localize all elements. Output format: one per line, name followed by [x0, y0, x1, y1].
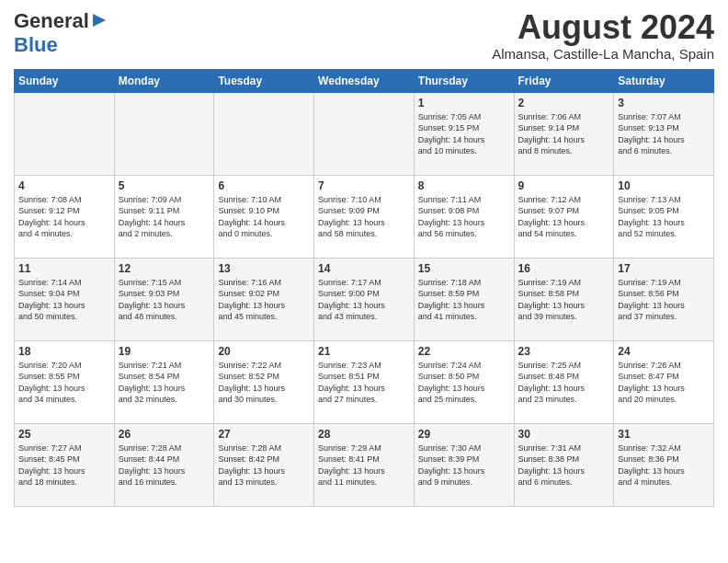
calendar-cell: 12Sunrise: 7:15 AM Sunset: 9:03 PM Dayli… — [114, 258, 214, 340]
calendar-cell — [314, 92, 415, 175]
day-info: Sunrise: 7:19 AM Sunset: 8:58 PM Dayligh… — [518, 277, 610, 323]
day-info: Sunrise: 7:21 AM Sunset: 8:54 PM Dayligh… — [119, 360, 210, 406]
calendar-cell: 1Sunrise: 7:05 AM Sunset: 9:15 PM Daylig… — [414, 92, 514, 175]
day-number: 16 — [518, 262, 610, 275]
col-header-friday: Friday — [514, 69, 614, 92]
day-info: Sunrise: 7:27 AM Sunset: 8:45 PM Dayligh… — [18, 442, 110, 488]
day-info: Sunrise: 7:25 AM Sunset: 8:48 PM Dayligh… — [518, 360, 610, 406]
col-header-saturday: Saturday — [614, 69, 714, 92]
calendar-cell: 25Sunrise: 7:27 AM Sunset: 8:45 PM Dayli… — [15, 423, 115, 506]
day-info: Sunrise: 7:12 AM Sunset: 9:07 PM Dayligh… — [518, 194, 610, 240]
title-block: August 2024 Almansa, Castille-La Mancha,… — [492, 9, 714, 62]
location: Almansa, Castille-La Mancha, Spain — [492, 46, 714, 62]
day-number: 15 — [418, 262, 510, 275]
calendar-cell: 23Sunrise: 7:25 AM Sunset: 8:48 PM Dayli… — [514, 340, 614, 423]
calendar-cell — [15, 92, 115, 175]
calendar-cell: 28Sunrise: 7:29 AM Sunset: 8:41 PM Dayli… — [314, 423, 415, 506]
page-header: General Blue August 2024 Almansa, Castil… — [14, 9, 714, 62]
calendar-cell — [214, 92, 314, 175]
calendar-cell: 21Sunrise: 7:23 AM Sunset: 8:51 PM Dayli… — [314, 340, 415, 423]
calendar-cell: 19Sunrise: 7:21 AM Sunset: 8:54 PM Dayli… — [114, 340, 214, 423]
calendar-cell: 4Sunrise: 7:08 AM Sunset: 9:12 PM Daylig… — [15, 175, 115, 258]
calendar-cell: 18Sunrise: 7:20 AM Sunset: 8:55 PM Dayli… — [15, 340, 115, 423]
day-info: Sunrise: 7:30 AM Sunset: 8:39 PM Dayligh… — [418, 442, 510, 488]
day-number: 13 — [218, 262, 310, 275]
day-info: Sunrise: 7:15 AM Sunset: 9:03 PM Dayligh… — [119, 277, 210, 323]
day-info: Sunrise: 7:16 AM Sunset: 9:02 PM Dayligh… — [218, 277, 310, 323]
day-info: Sunrise: 7:31 AM Sunset: 8:38 PM Dayligh… — [518, 442, 610, 488]
day-info: Sunrise: 7:23 AM Sunset: 8:51 PM Dayligh… — [318, 360, 410, 406]
calendar-cell: 10Sunrise: 7:13 AM Sunset: 9:05 PM Dayli… — [614, 175, 714, 258]
day-number: 19 — [119, 345, 210, 358]
day-number: 18 — [18, 345, 110, 358]
day-info: Sunrise: 7:28 AM Sunset: 8:42 PM Dayligh… — [218, 442, 310, 488]
day-number: 8 — [418, 179, 510, 192]
day-info: Sunrise: 7:24 AM Sunset: 8:50 PM Dayligh… — [418, 360, 510, 406]
day-number: 7 — [318, 179, 410, 192]
calendar-cell: 22Sunrise: 7:24 AM Sunset: 8:50 PM Dayli… — [414, 340, 514, 423]
calendar-cell: 13Sunrise: 7:16 AM Sunset: 9:02 PM Dayli… — [214, 258, 314, 340]
month-year: August 2024 — [492, 9, 714, 46]
day-number: 22 — [418, 345, 510, 358]
day-info: Sunrise: 7:05 AM Sunset: 9:15 PM Dayligh… — [418, 111, 510, 157]
calendar-cell: 5Sunrise: 7:09 AM Sunset: 9:11 PM Daylig… — [114, 175, 214, 258]
calendar-cell — [114, 92, 214, 175]
col-header-tuesday: Tuesday — [214, 69, 314, 92]
week-row: 11Sunrise: 7:14 AM Sunset: 9:04 PM Dayli… — [15, 258, 714, 340]
day-info: Sunrise: 7:10 AM Sunset: 9:09 PM Dayligh… — [318, 194, 410, 240]
day-number: 20 — [218, 345, 310, 358]
day-number: 1 — [418, 97, 510, 109]
calendar-cell: 27Sunrise: 7:28 AM Sunset: 8:42 PM Dayli… — [214, 423, 314, 506]
calendar-cell: 30Sunrise: 7:31 AM Sunset: 8:38 PM Dayli… — [514, 423, 614, 506]
day-number: 31 — [618, 428, 710, 441]
day-number: 11 — [18, 262, 110, 275]
calendar-cell: 31Sunrise: 7:32 AM Sunset: 8:36 PM Dayli… — [614, 423, 714, 506]
calendar-cell: 24Sunrise: 7:26 AM Sunset: 8:47 PM Dayli… — [614, 340, 714, 423]
col-header-monday: Monday — [114, 69, 214, 92]
svg-marker-0 — [93, 14, 106, 27]
calendar-cell: 29Sunrise: 7:30 AM Sunset: 8:39 PM Dayli… — [414, 423, 514, 506]
day-number: 2 — [518, 97, 610, 109]
day-info: Sunrise: 7:17 AM Sunset: 9:00 PM Dayligh… — [318, 277, 410, 323]
day-number: 29 — [418, 428, 510, 441]
calendar-cell: 7Sunrise: 7:10 AM Sunset: 9:09 PM Daylig… — [314, 175, 415, 258]
day-number: 9 — [518, 179, 610, 192]
calendar-cell: 9Sunrise: 7:12 AM Sunset: 9:07 PM Daylig… — [514, 175, 614, 258]
calendar-header-row: SundayMondayTuesdayWednesdayThursdayFrid… — [15, 69, 714, 92]
day-info: Sunrise: 7:14 AM Sunset: 9:04 PM Dayligh… — [18, 277, 110, 323]
day-number: 30 — [518, 428, 610, 441]
day-info: Sunrise: 7:29 AM Sunset: 8:41 PM Dayligh… — [318, 442, 410, 488]
day-info: Sunrise: 7:28 AM Sunset: 8:44 PM Dayligh… — [119, 442, 210, 488]
day-number: 23 — [518, 345, 610, 358]
day-info: Sunrise: 7:32 AM Sunset: 8:36 PM Dayligh… — [618, 442, 710, 488]
day-number: 25 — [18, 428, 110, 441]
day-number: 21 — [318, 345, 410, 358]
day-info: Sunrise: 7:26 AM Sunset: 8:47 PM Dayligh… — [618, 360, 710, 406]
day-info: Sunrise: 7:20 AM Sunset: 8:55 PM Dayligh… — [18, 360, 110, 406]
day-info: Sunrise: 7:10 AM Sunset: 9:10 PM Dayligh… — [218, 194, 310, 240]
day-number: 12 — [119, 262, 210, 275]
col-header-wednesday: Wednesday — [314, 69, 415, 92]
day-number: 5 — [119, 179, 210, 192]
day-info: Sunrise: 7:09 AM Sunset: 9:11 PM Dayligh… — [119, 194, 210, 240]
logo-arrow-icon — [91, 12, 108, 29]
day-info: Sunrise: 7:19 AM Sunset: 8:56 PM Dayligh… — [618, 277, 710, 323]
col-header-sunday: Sunday — [15, 69, 115, 92]
day-number: 17 — [618, 262, 710, 275]
calendar-table: SundayMondayTuesdayWednesdayThursdayFrid… — [14, 69, 714, 507]
calendar-cell: 17Sunrise: 7:19 AM Sunset: 8:56 PM Dayli… — [614, 258, 714, 340]
calendar-cell: 20Sunrise: 7:22 AM Sunset: 8:52 PM Dayli… — [214, 340, 314, 423]
week-row: 4Sunrise: 7:08 AM Sunset: 9:12 PM Daylig… — [15, 175, 714, 258]
day-info: Sunrise: 7:13 AM Sunset: 9:05 PM Dayligh… — [618, 194, 710, 240]
col-header-thursday: Thursday — [414, 69, 514, 92]
day-number: 3 — [618, 97, 710, 109]
calendar-cell: 11Sunrise: 7:14 AM Sunset: 9:04 PM Dayli… — [15, 258, 115, 340]
calendar-cell: 8Sunrise: 7:11 AM Sunset: 9:08 PM Daylig… — [414, 175, 514, 258]
day-info: Sunrise: 7:22 AM Sunset: 8:52 PM Dayligh… — [218, 360, 310, 406]
calendar-cell: 2Sunrise: 7:06 AM Sunset: 9:14 PM Daylig… — [514, 92, 614, 175]
logo: General Blue — [14, 9, 108, 57]
day-number: 6 — [218, 179, 310, 192]
day-info: Sunrise: 7:06 AM Sunset: 9:14 PM Dayligh… — [518, 111, 610, 157]
logo-general-text: General — [14, 9, 89, 33]
day-info: Sunrise: 7:08 AM Sunset: 9:12 PM Dayligh… — [18, 194, 110, 240]
